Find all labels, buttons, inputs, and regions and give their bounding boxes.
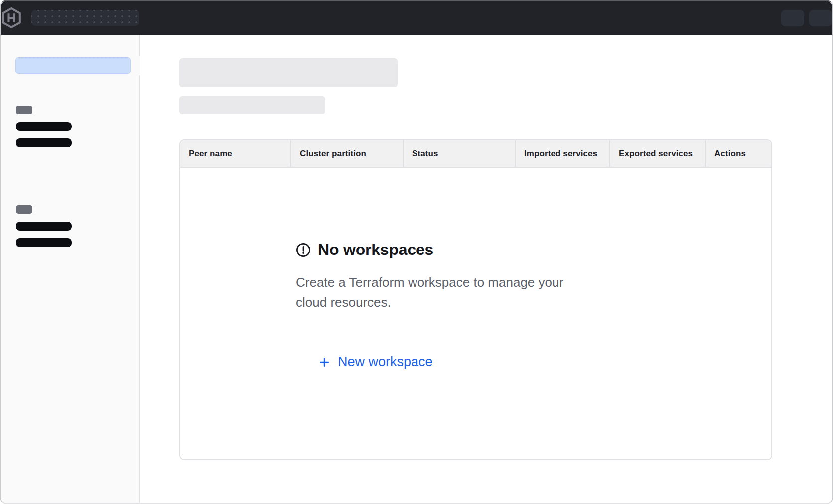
sidebar [1,35,140,503]
column-header-exported-services: Exported services [610,140,706,167]
column-header-cluster-partition: Cluster partition [291,140,404,167]
page-title-placeholder [179,58,398,87]
empty-state-title: No workspaces [318,241,433,259]
column-header-peer-name: Peer name [180,140,291,167]
alert-circle-icon [296,243,311,257]
new-workspace-button[interactable]: New workspace [318,354,433,370]
plus-icon [318,356,330,368]
table-body: No workspaces Create a Terraform workspa… [180,168,771,459]
empty-state-title-row: No workspaces [296,241,615,259]
sidebar-section-label-placeholder-2 [16,205,32,214]
sidebar-section-label-placeholder-1 [16,106,32,114]
topbar-button-placeholder-2[interactable] [809,10,832,26]
table-header-row: Peer name Cluster partition Status Impor… [180,140,771,168]
sidebar-item-placeholder-4[interactable] [16,238,72,247]
sidebar-item-placeholder-2[interactable] [16,138,72,147]
sidebar-selected-item-placeholder[interactable] [15,57,131,74]
topbar-button-placeholder-1[interactable] [781,10,804,26]
empty-state: No workspaces Create a Terraform workspa… [296,241,615,259]
empty-state-description: Create a Terraform workspace to manage y… [296,272,595,312]
main-content: Peer name Cluster partition Status Impor… [140,35,832,503]
peers-table: Peer name Cluster partition Status Impor… [179,139,772,460]
sidebar-item-placeholder-3[interactable] [16,222,72,231]
page-subtitle-placeholder [179,96,325,114]
hashicorp-logo-icon [1,7,22,29]
app-window: Peer name Cluster partition Status Impor… [0,0,833,504]
column-header-actions: Actions [706,140,771,167]
sidebar-item-placeholder-1[interactable] [16,122,72,131]
top-navigation-bar [1,1,832,35]
topbar-actions [781,10,832,26]
nav-menu-placeholder[interactable] [31,10,139,26]
app-shell: Peer name Cluster partition Status Impor… [1,35,832,503]
new-workspace-label: New workspace [338,354,433,370]
column-header-imported-services: Imported services [516,140,610,167]
column-header-status: Status [404,140,516,167]
